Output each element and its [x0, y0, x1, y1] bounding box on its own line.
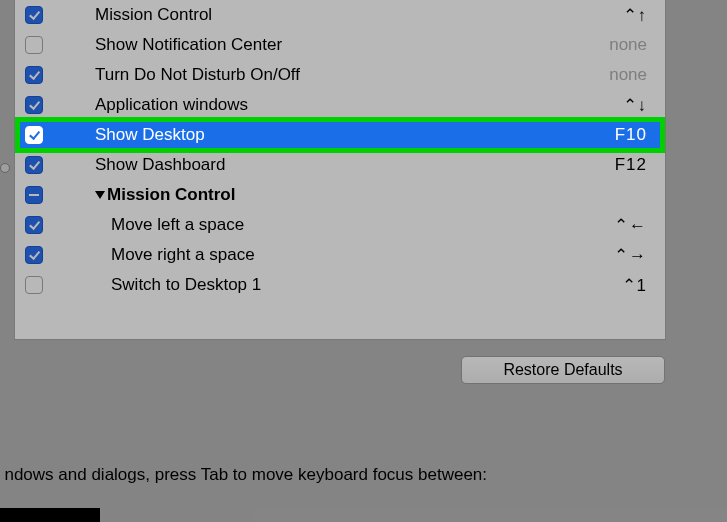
shortcut-label: Turn Do Not Disturb On/Off [95, 65, 577, 85]
shortcut-key[interactable]: F12 [577, 155, 647, 175]
window-edge-dot [0, 163, 10, 173]
checkbox-move-right[interactable] [25, 246, 43, 264]
shortcut-key[interactable]: none [577, 65, 647, 85]
shortcut-row-do-not-disturb[interactable]: Turn Do Not Disturb On/Offnone [15, 60, 665, 90]
shortcut-label: Application windows [95, 95, 577, 115]
shortcut-key[interactable]: ⌃→ [577, 245, 647, 266]
shortcut-label: Mission Control [95, 5, 577, 25]
shortcut-label: Move left a space [111, 215, 577, 235]
shortcut-row-mission-control-group[interactable]: Mission Control [15, 180, 665, 210]
checkbox-switch-desktop-1[interactable] [25, 276, 43, 294]
shortcut-row-move-left[interactable]: Move left a space⌃← [15, 210, 665, 240]
shortcut-row-show-dashboard[interactable]: Show DashboardF12 [15, 150, 665, 180]
restore-defaults-button[interactable]: Restore Defaults [461, 356, 665, 384]
shortcut-key[interactable]: none [577, 35, 647, 55]
shortcut-row-app-windows[interactable]: Application windows⌃↓ [15, 90, 665, 120]
shortcut-label: Show Desktop [95, 125, 577, 145]
shortcut-row-switch-desktop-1[interactable]: Switch to Desktop 1⌃1 [15, 270, 665, 300]
shortcut-row-show-notification[interactable]: Show Notification Centernone [15, 30, 665, 60]
shortcuts-list-panel: Mission Control⌃↑Show Notification Cente… [14, 0, 666, 340]
shortcut-row-move-right[interactable]: Move right a space⌃→ [15, 240, 665, 270]
checkbox-app-windows[interactable] [25, 96, 43, 114]
checkbox-mission-control-group[interactable] [25, 186, 43, 204]
shortcut-key[interactable]: ⌃↑ [577, 5, 647, 26]
checkbox-mission-control[interactable] [25, 6, 43, 24]
checkbox-show-dashboard[interactable] [25, 156, 43, 174]
checkbox-move-left[interactable] [25, 216, 43, 234]
bottom-black-bar [0, 508, 100, 522]
shortcut-label: Show Dashboard [95, 155, 577, 175]
disclosure-triangle-icon[interactable] [95, 191, 105, 199]
checkbox-show-desktop[interactable] [25, 126, 43, 144]
shortcut-key[interactable]: ⌃1 [577, 275, 647, 296]
shortcut-row-show-desktop[interactable]: Show DesktopF10 [15, 120, 665, 150]
shortcut-label: Show Notification Center [95, 35, 577, 55]
checkbox-show-notification[interactable] [25, 36, 43, 54]
shortcut-row-mission-control[interactable]: Mission Control⌃↑ [15, 0, 665, 30]
checkbox-do-not-disturb[interactable] [25, 66, 43, 84]
shortcut-key[interactable]: ⌃← [577, 215, 647, 236]
group-header-mission-control-group[interactable]: Mission Control [95, 185, 235, 205]
shortcut-key[interactable]: F10 [577, 125, 647, 145]
shortcut-label: Switch to Desktop 1 [111, 275, 577, 295]
shortcut-key[interactable]: ⌃↓ [577, 95, 647, 116]
shortcut-label: Move right a space [111, 245, 577, 265]
group-label: Mission Control [107, 185, 235, 205]
footer-line-1: ndows and dialogs, press Tab to move key… [4, 465, 487, 484]
